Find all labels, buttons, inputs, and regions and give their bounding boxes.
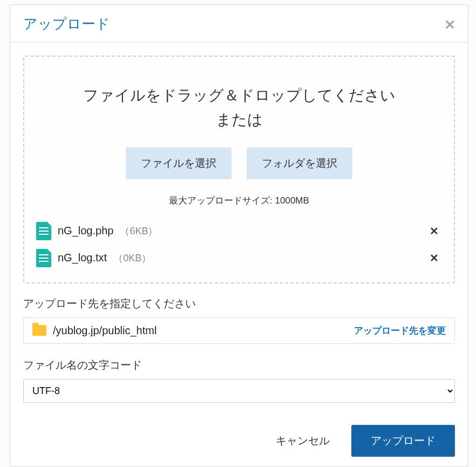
file-icon xyxy=(36,249,51,267)
cancel-button[interactable]: キャンセル xyxy=(276,434,330,448)
dropzone[interactable]: ファイルをドラッグ＆ドロップしてください または ファイルを選択 フォルダを選択… xyxy=(23,56,455,283)
file-size: （0KB） xyxy=(113,252,151,265)
file-icon xyxy=(36,222,51,240)
file-name: nG_log.txt xyxy=(58,252,107,264)
upload-modal: アップロード × ファイルをドラッグ＆ドロップしてください または ファイルを選… xyxy=(10,4,468,467)
folder-icon xyxy=(32,325,46,336)
file-name: nG_log.php xyxy=(58,225,113,237)
file-size: （6KB） xyxy=(120,225,158,238)
destination-box: /yublog.jp/public_html アップロード先を変更 xyxy=(23,317,455,344)
modal-title: アップロード xyxy=(23,15,110,33)
upload-button[interactable]: アップロード xyxy=(351,425,455,457)
encoding-select[interactable]: UTF-8 xyxy=(23,379,455,403)
file-item: nG_log.txt （0KB） ✕ xyxy=(36,245,442,272)
modal-body: ファイルをドラッグ＆ドロップしてください または ファイルを選択 フォルダを選択… xyxy=(10,43,468,417)
remove-file-icon[interactable]: ✕ xyxy=(426,252,442,265)
dropzone-instruction: ファイルをドラッグ＆ドロップしてください または xyxy=(35,84,443,132)
destination-label: アップロード先を指定してください xyxy=(23,296,455,311)
change-destination-link[interactable]: アップロード先を変更 xyxy=(354,324,446,337)
destination-path: /yublog.jp/public_html xyxy=(53,324,348,337)
modal-footer: キャンセル アップロード xyxy=(10,417,468,466)
close-icon[interactable]: × xyxy=(445,16,455,33)
encoding-label: ファイル名の文字コード xyxy=(23,358,455,373)
select-button-row: ファイルを選択 フォルダを選択 xyxy=(35,147,443,179)
max-upload-size: 最大アップロードサイズ: 1000MB xyxy=(35,194,443,207)
select-file-button[interactable]: ファイルを選択 xyxy=(126,147,232,179)
file-list: nG_log.php （6KB） ✕ nG_log.txt （0KB） ✕ xyxy=(35,218,443,272)
file-item: nG_log.php （6KB） ✕ xyxy=(36,218,442,245)
select-folder-button[interactable]: フォルダを選択 xyxy=(247,147,352,179)
modal-header: アップロード × xyxy=(10,5,468,43)
remove-file-icon[interactable]: ✕ xyxy=(426,225,442,238)
